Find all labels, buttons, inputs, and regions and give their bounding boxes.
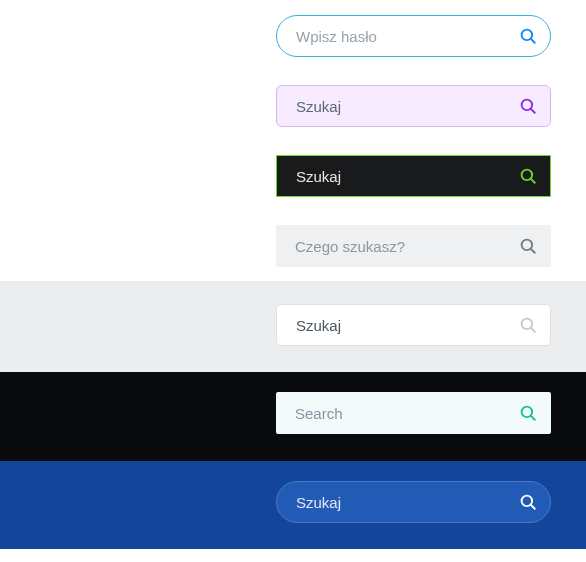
search-box-variant-7 xyxy=(276,481,551,523)
svg-line-11 xyxy=(531,416,535,420)
section-white-3 xyxy=(0,141,586,211)
search-input[interactable] xyxy=(276,155,551,197)
section-blue xyxy=(0,461,586,549)
svg-line-9 xyxy=(531,328,535,332)
svg-line-13 xyxy=(531,505,535,509)
search-box-variant-5 xyxy=(276,304,551,346)
search-icon[interactable] xyxy=(519,404,537,422)
search-input[interactable] xyxy=(276,85,551,127)
search-input[interactable] xyxy=(276,481,551,523)
search-box-variant-6 xyxy=(276,392,551,434)
search-input[interactable] xyxy=(276,304,551,346)
search-box-variant-3 xyxy=(276,155,551,197)
search-input[interactable] xyxy=(276,392,551,434)
search-icon[interactable] xyxy=(519,27,537,45)
section-white-1 xyxy=(0,0,586,71)
section-white-2 xyxy=(0,71,586,141)
search-icon[interactable] xyxy=(519,316,537,334)
search-icon[interactable] xyxy=(519,97,537,115)
section-black xyxy=(0,372,586,461)
search-box-variant-4 xyxy=(276,225,551,267)
section-white-4 xyxy=(0,211,586,281)
search-input[interactable] xyxy=(276,15,551,57)
svg-line-5 xyxy=(531,179,535,183)
search-box-variant-2 xyxy=(276,85,551,127)
svg-line-7 xyxy=(531,249,535,253)
search-icon[interactable] xyxy=(519,493,537,511)
search-icon[interactable] xyxy=(519,167,537,185)
search-icon[interactable] xyxy=(519,237,537,255)
search-box-variant-1 xyxy=(276,15,551,57)
search-input[interactable] xyxy=(276,225,551,267)
svg-line-3 xyxy=(531,109,535,113)
section-light-gray xyxy=(0,281,586,372)
svg-line-1 xyxy=(531,39,535,43)
